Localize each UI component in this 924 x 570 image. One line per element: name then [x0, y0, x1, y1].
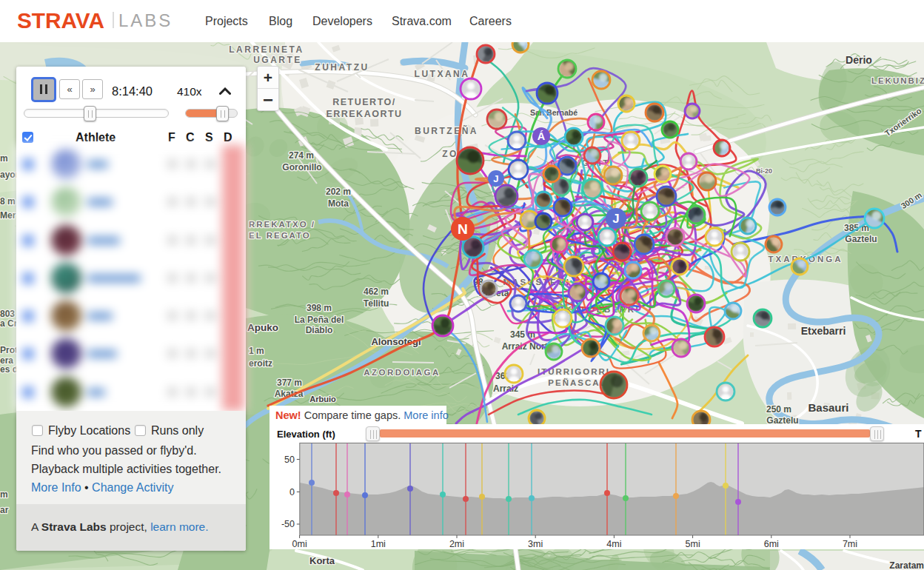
svg-text:398 m: 398 m — [307, 303, 332, 313]
svg-text:LARREINETA: LARREINETA — [229, 44, 304, 55]
svg-text:Goronillo: Goronillo — [282, 162, 321, 172]
svg-text:m: m — [0, 489, 8, 500]
svg-text:Derio: Derio — [846, 54, 872, 66]
svg-text:m: m — [0, 153, 8, 164]
svg-text:LUTXANA: LUTXANA — [415, 69, 470, 79]
svg-text:0: 0 — [289, 487, 295, 497]
svg-text:6mi: 6mi — [764, 539, 779, 549]
svg-text:a Cr: a Cr — [0, 318, 18, 329]
svg-text:4mi: 4mi — [606, 539, 621, 549]
svg-text:250 m: 250 m — [766, 404, 791, 415]
svg-text:PEÑASCAL: PEÑASCAL — [548, 378, 606, 387]
svg-text:1mi: 1mi — [371, 539, 386, 549]
svg-text:-50: -50 — [281, 519, 295, 529]
svg-text:50: 50 — [284, 455, 295, 465]
svg-text:Apuko: Apuko — [247, 322, 278, 333]
svg-text:377 m: 377 m — [277, 378, 302, 388]
svg-text:5mi: 5mi — [686, 539, 700, 549]
svg-text:0mi: 0mi — [292, 539, 307, 549]
svg-text:Arbuio: Arbuio — [309, 395, 336, 403]
svg-text:UGARTE: UGARTE — [253, 55, 302, 65]
svg-text:AZORDOIAGA: AZORDOIAGA — [364, 368, 441, 377]
svg-text:RREKATXO /: RREKATXO / — [249, 220, 315, 229]
svg-text:3mi: 3mi — [528, 539, 543, 549]
svg-text:BURTZEÑA: BURTZEÑA — [415, 125, 478, 136]
svg-text:J: J — [612, 212, 619, 226]
svg-text:274 m: 274 m — [289, 150, 314, 161]
svg-text:ITURRIGORRI: ITURRIGORRI — [538, 367, 610, 376]
svg-text:Etxebarri: Etxebarri — [801, 325, 846, 337]
svg-text:LEKUNBIZ: LEKUNBIZ — [871, 76, 924, 85]
svg-text:Diablo: Diablo — [306, 325, 333, 335]
svg-text:Mota: Mota — [328, 198, 349, 209]
svg-text:La Peña del: La Peña del — [295, 315, 344, 325]
svg-text:345 m: 345 m — [510, 329, 535, 340]
svg-text:Tellitu: Tellitu — [364, 298, 389, 309]
svg-text:ERREKAORTU: ERREKAORTU — [326, 109, 402, 119]
svg-text:eroitz: eroitz — [249, 358, 272, 369]
svg-text:Gaztelu: Gaztelu — [845, 234, 877, 244]
svg-text:Basauri: Basauri — [808, 401, 848, 414]
svg-text:462 m: 462 m — [364, 286, 389, 297]
svg-text:803: 803 — [0, 309, 15, 319]
svg-text:1 m: 1 m — [249, 346, 264, 356]
svg-text:Á: Á — [538, 130, 546, 142]
svg-text:2mi: 2mi — [449, 539, 464, 549]
svg-text:STRAVA: STRAVA — [18, 10, 104, 32]
svg-text:ZO: ZO — [442, 149, 458, 159]
svg-text:8 m: 8 m — [0, 196, 16, 207]
svg-text:ZUHATZU: ZUHATZU — [315, 62, 369, 73]
svg-text:EL REGATO: EL REGATO — [249, 231, 311, 240]
svg-text:202 m: 202 m — [326, 187, 351, 197]
svg-text:J: J — [493, 173, 498, 184]
svg-text:RETUERTO/: RETUERTO/ — [332, 97, 396, 107]
svg-text:7mi: 7mi — [843, 539, 857, 549]
svg-text:Mer: Mer — [0, 210, 16, 221]
svg-text:es d: es d — [0, 364, 18, 375]
svg-text:ar: ar — [0, 505, 9, 515]
svg-text:N: N — [458, 221, 468, 237]
